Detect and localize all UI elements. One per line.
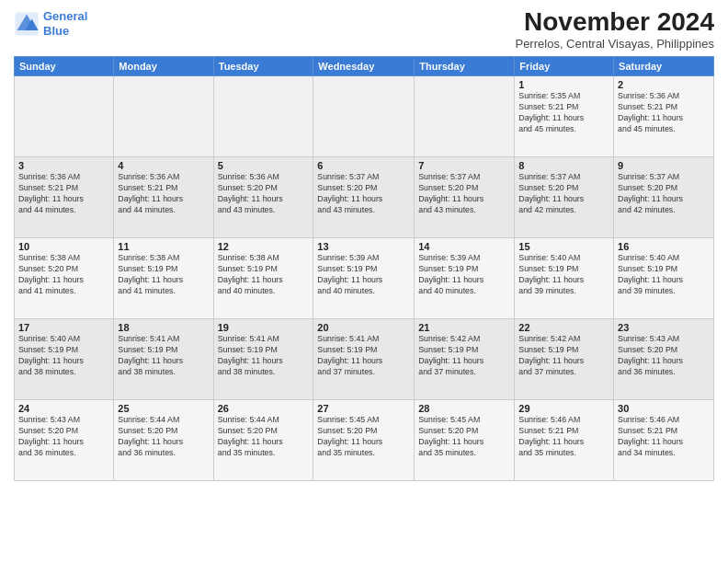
day-number: 25: [118, 403, 209, 414]
calendar-cell: [213, 76, 313, 157]
calendar-cell: 1Sunrise: 5:35 AM Sunset: 5:21 PM Daylig…: [515, 76, 614, 157]
title-area: November 2024 Perrelos, Central Visayas,…: [515, 9, 714, 51]
day-number: 8: [518, 160, 609, 171]
calendar-cell: 8Sunrise: 5:37 AM Sunset: 5:20 PM Daylig…: [515, 157, 614, 238]
day-number: 7: [418, 160, 510, 171]
calendar-cell: 13Sunrise: 5:39 AM Sunset: 5:19 PM Dayli…: [313, 238, 415, 319]
calendar-cell: 19Sunrise: 5:41 AM Sunset: 5:19 PM Dayli…: [213, 319, 313, 400]
logo-icon: [14, 11, 40, 37]
calendar-cell: 4Sunrise: 5:36 AM Sunset: 5:21 PM Daylig…: [114, 157, 213, 238]
location: Perrelos, Central Visayas, Philippines: [515, 37, 714, 51]
month-title: November 2024: [515, 9, 714, 35]
day-info: Sunrise: 5:41 AM Sunset: 5:19 PM Dayligh…: [218, 334, 310, 378]
day-info: Sunrise: 5:42 AM Sunset: 5:19 PM Dayligh…: [518, 334, 609, 378]
calendar-cell: 18Sunrise: 5:41 AM Sunset: 5:19 PM Dayli…: [114, 319, 213, 400]
day-info: Sunrise: 5:39 AM Sunset: 5:19 PM Dayligh…: [317, 253, 410, 297]
day-header-tuesday: Tuesday: [213, 57, 313, 76]
logo-line1: General: [43, 9, 87, 23]
day-header-sunday: Sunday: [15, 57, 114, 76]
day-info: Sunrise: 5:40 AM Sunset: 5:19 PM Dayligh…: [618, 253, 710, 297]
page: General Blue November 2024 Perrelos, Cen…: [0, 0, 728, 563]
calendar-cell: 26Sunrise: 5:44 AM Sunset: 5:20 PM Dayli…: [213, 400, 313, 481]
day-info: Sunrise: 5:37 AM Sunset: 5:20 PM Dayligh…: [518, 172, 609, 216]
day-number: 3: [18, 160, 109, 171]
calendar-cell: 6Sunrise: 5:37 AM Sunset: 5:20 PM Daylig…: [313, 157, 415, 238]
calendar-cell: 10Sunrise: 5:38 AM Sunset: 5:20 PM Dayli…: [15, 238, 114, 319]
calendar-cell: 23Sunrise: 5:43 AM Sunset: 5:20 PM Dayli…: [614, 319, 714, 400]
day-info: Sunrise: 5:44 AM Sunset: 5:20 PM Dayligh…: [218, 415, 310, 459]
calendar-cell: 11Sunrise: 5:38 AM Sunset: 5:19 PM Dayli…: [114, 238, 213, 319]
day-number: 23: [618, 322, 710, 333]
calendar-cell: 3Sunrise: 5:36 AM Sunset: 5:21 PM Daylig…: [15, 157, 114, 238]
day-number: 17: [18, 322, 109, 333]
calendar-week-4: 17Sunrise: 5:40 AM Sunset: 5:19 PM Dayli…: [15, 319, 714, 400]
day-info: Sunrise: 5:45 AM Sunset: 5:20 PM Dayligh…: [418, 415, 510, 459]
day-info: Sunrise: 5:38 AM Sunset: 5:19 PM Dayligh…: [118, 253, 209, 297]
day-header-thursday: Thursday: [415, 57, 515, 76]
day-info: Sunrise: 5:37 AM Sunset: 5:20 PM Dayligh…: [317, 172, 410, 216]
calendar-cell: 21Sunrise: 5:42 AM Sunset: 5:19 PM Dayli…: [415, 319, 515, 400]
day-number: 28: [418, 403, 510, 414]
day-info: Sunrise: 5:40 AM Sunset: 5:19 PM Dayligh…: [518, 253, 609, 297]
day-number: 6: [317, 160, 410, 171]
day-info: Sunrise: 5:36 AM Sunset: 5:21 PM Dayligh…: [618, 91, 710, 135]
day-number: 1: [518, 79, 609, 90]
day-number: 4: [118, 160, 209, 171]
day-info: Sunrise: 5:44 AM Sunset: 5:20 PM Dayligh…: [118, 415, 209, 459]
day-header-wednesday: Wednesday: [313, 57, 415, 76]
day-number: 12: [218, 241, 310, 252]
day-number: 9: [618, 160, 710, 171]
calendar-table: SundayMondayTuesdayWednesdayThursdayFrid…: [14, 56, 714, 481]
day-info: Sunrise: 5:43 AM Sunset: 5:20 PM Dayligh…: [618, 334, 710, 378]
calendar-week-2: 3Sunrise: 5:36 AM Sunset: 5:21 PM Daylig…: [15, 157, 714, 238]
calendar-cell: 24Sunrise: 5:43 AM Sunset: 5:20 PM Dayli…: [15, 400, 114, 481]
header: General Blue November 2024 Perrelos, Cen…: [14, 9, 714, 51]
day-number: 11: [118, 241, 209, 252]
day-number: 26: [218, 403, 310, 414]
day-info: Sunrise: 5:37 AM Sunset: 5:20 PM Dayligh…: [418, 172, 510, 216]
calendar-cell: 20Sunrise: 5:41 AM Sunset: 5:19 PM Dayli…: [313, 319, 415, 400]
day-info: Sunrise: 5:39 AM Sunset: 5:19 PM Dayligh…: [418, 253, 510, 297]
day-number: 27: [317, 403, 410, 414]
day-number: 16: [618, 241, 710, 252]
day-info: Sunrise: 5:41 AM Sunset: 5:19 PM Dayligh…: [118, 334, 209, 378]
calendar-cell: 16Sunrise: 5:40 AM Sunset: 5:19 PM Dayli…: [614, 238, 714, 319]
day-info: Sunrise: 5:43 AM Sunset: 5:20 PM Dayligh…: [18, 415, 109, 459]
calendar-cell: 14Sunrise: 5:39 AM Sunset: 5:19 PM Dayli…: [415, 238, 515, 319]
calendar-cell: 27Sunrise: 5:45 AM Sunset: 5:20 PM Dayli…: [313, 400, 415, 481]
day-number: 15: [518, 241, 609, 252]
day-header-friday: Friday: [515, 57, 614, 76]
day-info: Sunrise: 5:46 AM Sunset: 5:21 PM Dayligh…: [518, 415, 609, 459]
calendar-cell: [114, 76, 213, 157]
logo-text: General Blue: [43, 9, 87, 38]
day-header-monday: Monday: [114, 57, 213, 76]
calendar-week-5: 24Sunrise: 5:43 AM Sunset: 5:20 PM Dayli…: [15, 400, 714, 481]
day-number: 30: [618, 403, 710, 414]
calendar-cell: 7Sunrise: 5:37 AM Sunset: 5:20 PM Daylig…: [415, 157, 515, 238]
calendar-cell: 9Sunrise: 5:37 AM Sunset: 5:20 PM Daylig…: [614, 157, 714, 238]
day-info: Sunrise: 5:38 AM Sunset: 5:20 PM Dayligh…: [18, 253, 109, 297]
calendar-cell: [415, 76, 515, 157]
day-info: Sunrise: 5:36 AM Sunset: 5:21 PM Dayligh…: [18, 172, 109, 216]
logo-line2: Blue: [43, 24, 69, 38]
calendar-cell: 29Sunrise: 5:46 AM Sunset: 5:21 PM Dayli…: [515, 400, 614, 481]
calendar-week-3: 10Sunrise: 5:38 AM Sunset: 5:20 PM Dayli…: [15, 238, 714, 319]
day-number: 21: [418, 322, 510, 333]
day-number: 29: [518, 403, 609, 414]
day-header-saturday: Saturday: [614, 57, 714, 76]
day-number: 5: [218, 160, 310, 171]
day-info: Sunrise: 5:36 AM Sunset: 5:21 PM Dayligh…: [118, 172, 209, 216]
calendar-cell: 5Sunrise: 5:36 AM Sunset: 5:20 PM Daylig…: [213, 157, 313, 238]
calendar-cell: [313, 76, 415, 157]
calendar-cell: 25Sunrise: 5:44 AM Sunset: 5:20 PM Dayli…: [114, 400, 213, 481]
day-info: Sunrise: 5:42 AM Sunset: 5:19 PM Dayligh…: [418, 334, 510, 378]
day-number: 24: [18, 403, 109, 414]
day-info: Sunrise: 5:36 AM Sunset: 5:20 PM Dayligh…: [218, 172, 310, 216]
day-info: Sunrise: 5:40 AM Sunset: 5:19 PM Dayligh…: [18, 334, 109, 378]
day-info: Sunrise: 5:41 AM Sunset: 5:19 PM Dayligh…: [317, 334, 410, 378]
calendar-cell: 22Sunrise: 5:42 AM Sunset: 5:19 PM Dayli…: [515, 319, 614, 400]
calendar-cell: 30Sunrise: 5:46 AM Sunset: 5:21 PM Dayli…: [614, 400, 714, 481]
day-info: Sunrise: 5:37 AM Sunset: 5:20 PM Dayligh…: [618, 172, 710, 216]
day-info: Sunrise: 5:38 AM Sunset: 5:19 PM Dayligh…: [218, 253, 310, 297]
day-number: 20: [317, 322, 410, 333]
